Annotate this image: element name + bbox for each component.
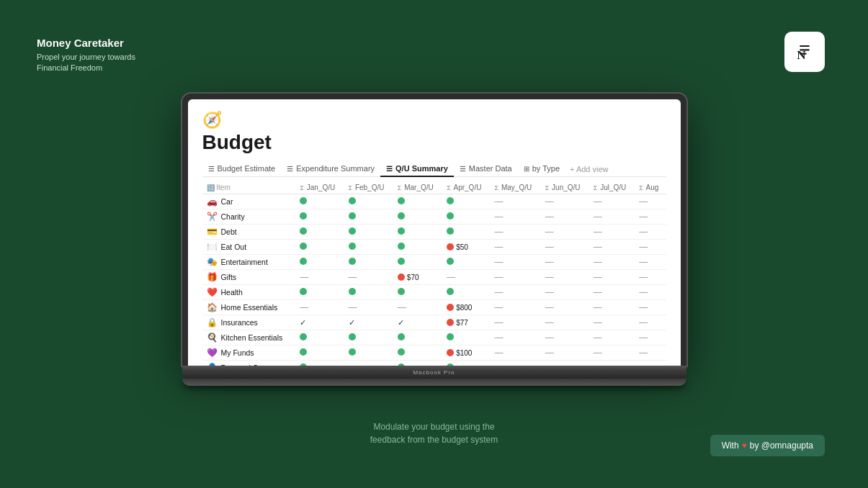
table-cell: — [589,270,635,285]
table-cell: — [491,330,541,345]
table-cell [344,225,393,240]
tab-budget-estimate[interactable]: ☰ Budget Estimate [202,161,282,177]
dash-indicator: — [545,272,554,282]
table-cell [344,330,393,345]
green-dot [447,333,454,340]
table-cell [344,255,393,270]
item-cell: 🍳 Kitchen Essentials [202,330,296,345]
table-row: 💜 My Funds $100 — — — — [202,345,666,361]
notion-page: 🧭 Budget ☰ Budget Estimate ☰ Expenditure… [188,99,681,366]
item-cell: 🏠 Home Essentials [202,300,296,315]
table-cell: — [635,240,666,255]
table-cell: — [491,240,541,255]
col-feb: Σ Feb_Q/U [344,181,393,194]
dash-indicator: — [495,257,504,267]
table-cell: $100 [442,345,490,361]
green-dot [398,243,405,250]
table-row: 🎭 Entertainment — — — — [202,255,666,270]
table-cell [295,361,344,366]
table-cell [295,345,344,361]
green-dot [300,333,307,340]
green-dot [300,348,307,356]
table-cell: — [589,315,635,330]
table-cell [442,255,490,270]
table-cell [393,194,442,209]
dash-indicator: — [594,287,602,297]
table-cell: ✓ [344,315,393,330]
table-cell [295,209,344,225]
table-cell: — [589,209,635,225]
table-cell: — [491,300,541,315]
table-row: 🚗 Car — — — — [202,194,666,209]
table-cell: — [589,225,635,240]
table-cell: — [541,300,589,315]
table-cell: — [491,315,541,330]
dash-indicator: — [639,333,648,343]
dash-indicator: — [495,363,504,366]
table-cell: — [344,300,393,315]
dash-indicator: — [495,196,504,207]
laptop-label: Macbook Pro [413,369,455,376]
dash-indicator: — [545,227,554,237]
table-icon-3: ☰ [386,165,393,173]
overage-indicator: $800 [447,304,486,312]
tab-qu-summary[interactable]: ☰ Q/U Summary [380,161,454,177]
dash-indicator: — [639,212,648,222]
add-view-button[interactable]: + Add view [565,162,613,176]
green-dot [300,363,307,366]
green-dot [300,243,307,250]
item-cell: 👤 Personal Care [202,361,296,366]
green-dot [349,197,356,204]
tab-expenditure-summary[interactable]: ☰ Expenditure Summary [281,161,380,177]
red-dot [447,243,454,250]
brand-section: Money Caretaker Propel your journey towa… [37,37,135,74]
tab-master-data[interactable]: ☰ Master Data [454,161,518,177]
col-jul: Σ Jul_Q/U [589,181,635,194]
table-cell [393,330,442,345]
item-name: Gifts [221,273,237,281]
table-cell: — [541,225,589,240]
dash-indicator: — [349,363,357,366]
table-cell: — [589,240,635,255]
col-item: 🔢 Item [202,181,296,194]
budget-table: 🔢 Item Σ Jan_Q/U Σ Feb_Q/U Σ Mar_Q/U Σ A… [202,181,666,366]
table-cell: — [635,345,666,361]
table-cell: — [635,285,666,300]
table-cell: — [541,209,589,225]
dash-indicator: — [639,302,648,312]
green-dot [398,212,405,220]
table-cell: — [635,194,666,209]
dash-indicator: — [639,257,648,267]
green-dot [349,288,356,295]
table-cell: — [635,300,666,315]
item-emoji: 🚗 [207,196,218,207]
table-cell: ✓ [295,315,344,330]
col-jun: Σ Jun_Q/U [541,181,589,194]
item-name: Home Essentials [221,303,278,312]
dash-indicator: — [300,302,308,312]
dash-indicator: — [594,317,602,327]
table-cell: — [541,270,589,285]
table-cell: — [541,285,589,300]
tab-by-type[interactable]: ⊞ by Type [518,161,565,177]
table-cell: — [491,255,541,270]
table-cell: $50 [442,240,490,255]
dash-indicator: — [495,302,504,312]
table-cell: — [393,300,442,315]
table-cell [442,330,490,345]
table-cell: — [344,270,393,285]
laptop-screen: 🧭 Budget ☰ Budget Estimate ☰ Expenditure… [182,94,686,366]
table-row: 🍽️ Eat Out $50 — — — — [202,240,666,255]
table-cell: — [491,361,541,366]
item-emoji: 🎭 [207,257,218,267]
green-dot [398,258,405,265]
dash-indicator: — [594,257,602,267]
table-row: 🍳 Kitchen Essentials — — — — [202,330,666,345]
tab-bar: ☰ Budget Estimate ☰ Expenditure Summary … [202,161,666,177]
col-aug: Σ Aug [635,181,666,194]
table-cell: — [491,225,541,240]
overage-indicator: $50 [447,243,486,251]
green-dot [300,288,307,295]
table-cell [295,225,344,240]
table-icon-4: ☰ [460,165,466,173]
